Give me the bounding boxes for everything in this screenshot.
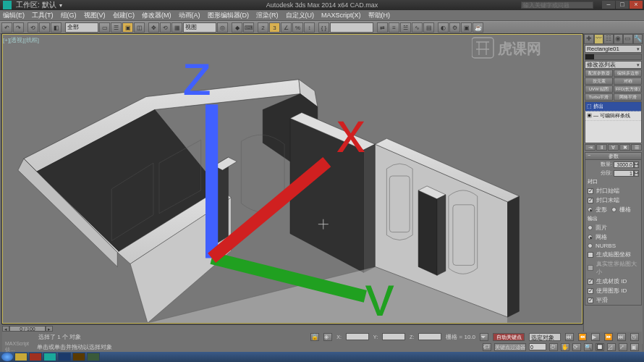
zoom-extents-button[interactable]: ⤢	[619, 343, 627, 351]
modifier-stack[interactable]: ⬚ 挤出 ▣ — 可编辑样条线	[585, 101, 642, 143]
menu-animation[interactable]: 动画(A)	[179, 11, 200, 20]
stack-item-extrude[interactable]: ⬚ 挤出	[585, 102, 641, 111]
key-mode-button[interactable]: ◷	[630, 333, 639, 341]
modbtn-2b[interactable]: 对称	[614, 77, 642, 85]
show-end-result-button[interactable]: Ⅱ	[596, 144, 607, 151]
transform-z-input[interactable]	[418, 333, 441, 340]
add-time-tag-button[interactable]: 🏷	[483, 343, 491, 351]
close-button[interactable]: ×	[630, 1, 643, 9]
rollout-header[interactable]: 参数	[585, 153, 641, 160]
make-unique-button[interactable]: ∀	[608, 144, 619, 151]
hierarchy-tab[interactable]: ☷	[603, 34, 614, 44]
menu-group[interactable]: 组(G)	[61, 11, 77, 20]
configure-sets-button[interactable]: ☰	[631, 144, 642, 151]
taskbar-app-a-icon[interactable]	[29, 353, 42, 361]
modify-tab[interactable]: 〰	[594, 34, 604, 44]
time-slider-handle[interactable]: 0 / 100	[9, 326, 46, 332]
smooth-checkbox[interactable]	[588, 298, 593, 303]
modbtn-4a[interactable]: Turbo平滑	[585, 93, 613, 101]
menu-edit[interactable]: 编辑(E)	[3, 11, 25, 20]
output-mesh-radio[interactable]	[588, 235, 593, 240]
amount-spinner[interactable]	[614, 161, 634, 168]
menu-views[interactable]: 视图(V)	[84, 11, 106, 20]
time-slider[interactable]: ◂ 0 / 100 ▸	[2, 324, 582, 332]
viewport-label[interactable]: [+][透视][线框]	[3, 36, 39, 44]
amount-label: 数量:	[588, 161, 612, 168]
orbit-view-button[interactable]: ⟳	[572, 343, 581, 351]
output-patch-radio[interactable]	[588, 225, 593, 230]
time-config-button[interactable]: ⏱	[549, 343, 558, 351]
modbtn-1a[interactable]: 配置参数器	[585, 70, 613, 77]
fov-button[interactable]: ◿	[607, 343, 616, 351]
motion-tab[interactable]: ◉	[614, 34, 624, 44]
start-button[interactable]	[1, 353, 13, 361]
menu-tools[interactable]: 工具(T)	[32, 11, 54, 20]
menu-help[interactable]: 帮助(H)	[368, 11, 391, 20]
prev-key-button[interactable]: ⏪	[578, 333, 587, 341]
key-filters-dropdown[interactable]: 选定对象	[529, 333, 561, 341]
taskbar-explorer-icon[interactable]	[14, 353, 27, 361]
gen-matid-checkbox[interactable]	[588, 279, 593, 285]
workspace-indicator[interactable]: 工作区: 默认	[16, 0, 56, 10]
modbtn-3a[interactable]: UVW 贴图	[585, 85, 613, 93]
menu-maxscript[interactable]: MAXScript(X)	[321, 12, 361, 19]
perspective-viewport[interactable]: z y x	[2, 34, 582, 324]
next-frame-button[interactable]: ▸	[46, 326, 53, 332]
menu-rendering[interactable]: 渲染(R)	[256, 11, 279, 20]
modbtn-4b[interactable]: 网格平滑	[614, 93, 642, 101]
gen-mapping-checkbox[interactable]	[588, 252, 593, 258]
use-shape-id-checkbox[interactable]	[588, 288, 593, 294]
cap-morph-radio[interactable]	[588, 207, 593, 212]
taskbar-app-d-icon[interactable]	[87, 353, 100, 361]
modifier-list-dropdown[interactable]: 修改器列表	[585, 61, 642, 69]
stack-item-spline[interactable]: ▣ — 可编辑样条线	[585, 111, 641, 121]
cap-grid-radio[interactable]	[611, 207, 617, 212]
minimize-button[interactable]: –	[602, 1, 615, 9]
menu-customize[interactable]: 自定义(U)	[286, 11, 315, 20]
max-viewport-button[interactable]: ▣	[630, 343, 639, 351]
goto-start-button[interactable]: ⏮	[565, 333, 574, 341]
segments-spinner[interactable]	[614, 170, 634, 177]
menu-create[interactable]: 创建(C)	[113, 11, 135, 20]
segments-label: 分段:	[588, 169, 612, 177]
pan-view-button[interactable]: ✋	[561, 343, 569, 351]
spin-down-icon[interactable]: ▾	[634, 164, 639, 168]
next-key-button[interactable]: ⏩	[604, 333, 613, 341]
modbtn-1b[interactable]: 编辑多边形	[614, 70, 642, 77]
zoom-all-button[interactable]: 🔲	[596, 343, 604, 351]
auto-key-button[interactable]: 自动关键点	[493, 333, 525, 341]
create-tab[interactable]: ✚	[584, 34, 594, 44]
grid-size-label: 栅格 = 10.0	[446, 333, 475, 341]
status-bar: 选择了 1 个 对象 🔒 ◈ X: Y: Z: 栅格 = 10.0 ⏷ 自动关键…	[2, 332, 642, 342]
svg-text:y: y	[365, 264, 394, 316]
menu-modifiers[interactable]: 修改器(M)	[142, 11, 171, 20]
transform-y-input[interactable]	[382, 333, 405, 340]
isolate-button[interactable]: ◈	[323, 333, 332, 341]
menu-graph-editors[interactable]: 图形编辑器(D)	[208, 11, 250, 20]
remove-modifier-button[interactable]: ✖	[619, 144, 630, 151]
utilities-tab[interactable]: 🔧	[633, 34, 643, 44]
taskbar-app-c-icon[interactable]	[72, 353, 85, 361]
zoom-button[interactable]: 🔍	[584, 343, 593, 351]
pin-stack-button[interactable]: ⇥	[585, 144, 596, 151]
cap-end-checkbox[interactable]	[588, 198, 593, 203]
display-tab[interactable]: ▭	[623, 34, 633, 44]
taskbar-3dsmax-icon[interactable]	[43, 353, 56, 361]
time-tag-button[interactable]: ⏷	[480, 333, 488, 341]
maximize-button[interactable]: □	[616, 1, 629, 9]
real-world-checkbox[interactable]	[588, 265, 593, 271]
taskbar-ps-icon[interactable]	[58, 353, 71, 361]
output-nurbs-radio[interactable]	[588, 243, 593, 248]
goto-end-button[interactable]: ⏭	[617, 333, 626, 341]
help-search-input[interactable]	[521, 1, 593, 9]
play-button[interactable]: ▶	[591, 333, 600, 341]
prev-frame-button[interactable]: ◂	[2, 326, 9, 332]
modbtn-3b[interactable]: FFD(长方体)	[614, 85, 642, 93]
current-frame-input[interactable]	[529, 343, 546, 350]
object-name-field[interactable]: Rectangle01	[585, 45, 642, 53]
lock-selection-button[interactable]: 🔒	[310, 333, 319, 341]
set-key-button[interactable]: 关键点过滤器	[494, 343, 526, 351]
cap-start-checkbox[interactable]	[588, 188, 593, 194]
modbtn-2a[interactable]: 按元素	[585, 77, 613, 85]
transform-x-input[interactable]	[346, 333, 369, 340]
